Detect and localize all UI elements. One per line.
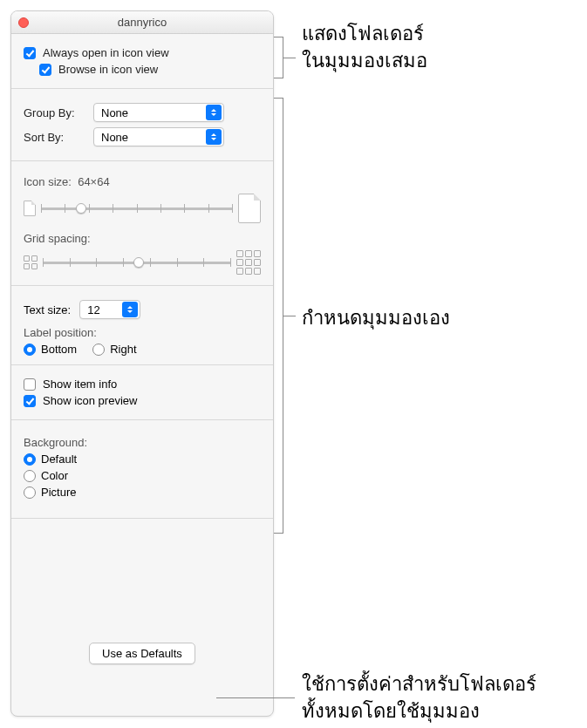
bg-default-label: Default <box>41 452 77 466</box>
bg-color-radio[interactable] <box>24 470 36 482</box>
use-as-defaults-button[interactable]: Use as Defaults <box>89 643 195 664</box>
group-by-value: None <box>101 106 128 119</box>
group-by-label: Group By: <box>24 106 85 119</box>
slider-thumb[interactable] <box>133 257 144 268</box>
show-icon-preview-label: Show icon preview <box>43 394 137 407</box>
icon-size-value: 64×64 <box>78 175 110 188</box>
updown-icon <box>206 105 222 120</box>
sort-by-label: Sort By: <box>24 131 85 144</box>
always-open-checkbox[interactable] <box>24 47 36 59</box>
label-bottom-radio[interactable] <box>24 344 36 356</box>
label-position-header: Label position: <box>24 326 261 339</box>
label-bottom-text: Bottom <box>41 343 77 356</box>
group-by-dropdown[interactable]: None <box>93 103 224 122</box>
icon-size-slider[interactable] <box>41 200 233 217</box>
bg-picture-radio[interactable] <box>24 486 36 499</box>
leader-1 <box>283 58 296 58</box>
show-item-info-checkbox[interactable] <box>24 378 36 391</box>
text-size-dropdown[interactable]: 12 <box>79 300 140 319</box>
section-view-mode: Always open in icon view Browse in icon … <box>11 34 273 89</box>
grid-spacing-label: Grid spacing: <box>24 232 261 245</box>
background-header: Background: <box>24 436 261 449</box>
text-size-label: Text size: <box>24 303 71 316</box>
bg-default-radio[interactable] <box>24 453 36 466</box>
always-open-label: Always open in icon view <box>43 46 169 59</box>
page-icon <box>24 201 36 216</box>
section-text: Text size: 12 Label position: Bottom Rig… <box>11 286 273 365</box>
leader-3 <box>216 697 295 698</box>
sort-by-value: None <box>101 131 128 144</box>
updown-icon <box>206 129 222 145</box>
slider-thumb[interactable] <box>76 203 86 214</box>
label-right-text: Right <box>110 343 136 356</box>
section-icon-grid: Icon size: 64×64 Grid spacing: <box>11 161 273 286</box>
leader-2 <box>283 316 296 316</box>
grid-icon <box>236 250 261 275</box>
page-icon <box>238 194 261 223</box>
bg-picture-label: Picture <box>41 486 76 499</box>
section-defaults: Use as Defaults <box>11 623 273 684</box>
show-icon-preview-checkbox[interactable] <box>24 395 36 407</box>
sort-by-dropdown[interactable]: None <box>93 127 224 146</box>
annotation-3: ใช้การตั้งค่าสำหรับโฟลเดอร์ ทั้งหมดโดยใช… <box>302 671 536 725</box>
annotation-1: แสดงโฟลเดอร์ ในมุมมองเสมอ <box>302 21 427 75</box>
browse-checkbox[interactable] <box>39 64 51 76</box>
view-options-window: dannyrico Always open in icon view Brows… <box>10 10 274 717</box>
text-size-value: 12 <box>87 303 99 316</box>
grid-spacing-slider[interactable] <box>43 254 231 271</box>
updown-icon <box>122 302 138 317</box>
label-right-radio[interactable] <box>92 344 105 356</box>
browse-label: Browse in icon view <box>58 63 158 76</box>
icon-size-label: Icon size: <box>24 175 72 188</box>
section-background: Background: Default Color Picture <box>11 420 273 519</box>
window-title: dannyrico <box>11 16 273 29</box>
section-group-sort: Group By: None Sort By: None <box>11 89 273 161</box>
show-item-info-label: Show item info <box>43 378 117 391</box>
bg-color-label: Color <box>41 469 68 482</box>
annotation-2: กำหนดมุมมองเอง <box>302 305 450 332</box>
grid-icon <box>24 255 38 269</box>
titlebar: dannyrico <box>11 11 273 34</box>
section-show: Show item info Show icon preview <box>11 365 273 420</box>
